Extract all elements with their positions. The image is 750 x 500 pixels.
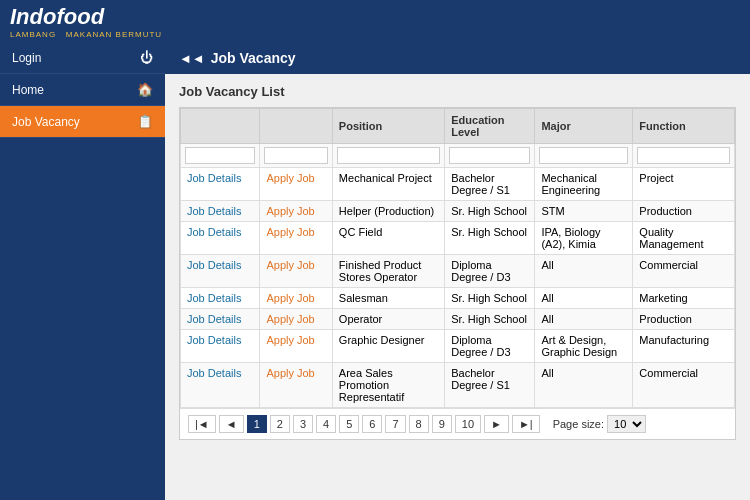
cell-function-2: Quality Management [633, 222, 735, 255]
cell-position-2: QC Field [332, 222, 444, 255]
job-vacancy-table-wrapper: Position Education Level Major Function [179, 107, 736, 440]
cell-position-6: Graphic Designer [332, 330, 444, 363]
filter-col2[interactable] [264, 147, 327, 164]
cell-apply-job-1: Apply Job [260, 201, 332, 222]
pagination-first[interactable]: |◄ [188, 415, 216, 433]
cell-function-7: Commercial [633, 363, 735, 408]
table-row: Job Details Apply Job Graphic Designer D… [181, 330, 735, 363]
filter-major[interactable] [539, 147, 628, 164]
cell-major-4: All [535, 288, 633, 309]
document-icon: 📋 [137, 114, 153, 129]
cell-position-3: Finished Product Stores Operator [332, 255, 444, 288]
cell-major-6: Art & Design, Graphic Design [535, 330, 633, 363]
cell-function-4: Marketing [633, 288, 735, 309]
cell-position-1: Helper (Production) [332, 201, 444, 222]
table-body: Job Details Apply Job Mechanical Project… [181, 168, 735, 408]
table-row: Job Details Apply Job Salesman Sr. High … [181, 288, 735, 309]
cell-education-5: Sr. High School [445, 309, 535, 330]
cell-education-6: Diploma Degree / D3 [445, 330, 535, 363]
pagination-last[interactable]: ►| [512, 415, 540, 433]
col-header-education: Education Level [445, 109, 535, 144]
cell-education-1: Sr. High School [445, 201, 535, 222]
cell-job-details-3: Job Details [181, 255, 260, 288]
cell-apply-job-2: Apply Job [260, 222, 332, 255]
link-job-details-7[interactable]: Job Details [187, 367, 241, 379]
cell-major-7: All [535, 363, 633, 408]
cell-apply-job-6: Apply Job [260, 330, 332, 363]
link-job-details-6[interactable]: Job Details [187, 334, 241, 346]
cell-job-details-4: Job Details [181, 288, 260, 309]
cell-function-6: Manufacturing [633, 330, 735, 363]
link-apply-job-6[interactable]: Apply Job [266, 334, 314, 346]
sidebar-item-label-home: Home [12, 83, 44, 97]
filter-position[interactable] [337, 147, 440, 164]
filter-col1[interactable] [185, 147, 255, 164]
sidebar-item-label-vacancy: Job Vacancy [12, 115, 80, 129]
link-job-details-5[interactable]: Job Details [187, 313, 241, 325]
sidebar-item-job-vacancy[interactable]: Job Vacancy 📋 [0, 106, 165, 138]
link-apply-job-2[interactable]: Apply Job [266, 226, 314, 238]
link-job-details-2[interactable]: Job Details [187, 226, 241, 238]
power-icon: ⏻ [140, 50, 153, 65]
cell-position-7: Area Sales Promotion Representatif [332, 363, 444, 408]
link-job-details-3[interactable]: Job Details [187, 259, 241, 271]
table-row: Job Details Apply Job QC Field Sr. High … [181, 222, 735, 255]
link-job-details-4[interactable]: Job Details [187, 292, 241, 304]
content-area: ◄◄ Job Vacancy Job Vacancy List Position… [165, 42, 750, 500]
cell-apply-job-7: Apply Job [260, 363, 332, 408]
link-apply-job-7[interactable]: Apply Job [266, 367, 314, 379]
col-header-2 [260, 109, 332, 144]
cell-education-2: Sr. High School [445, 222, 535, 255]
main-layout: Login ⏻ Home 🏠 Job Vacancy 📋 ◄◄ Job Vaca… [0, 42, 750, 500]
link-job-details-1[interactable]: Job Details [187, 205, 241, 217]
cell-job-details-7: Job Details [181, 363, 260, 408]
pagination-page-5[interactable]: 5 [339, 415, 359, 433]
cell-apply-job-5: Apply Job [260, 309, 332, 330]
pagination-next[interactable]: ► [484, 415, 509, 433]
cell-education-0: Bachelor Degree / S1 [445, 168, 535, 201]
logo-main: Indofood [10, 4, 162, 30]
content-header: ◄◄ Job Vacancy [165, 42, 750, 74]
cell-function-0: Project [633, 168, 735, 201]
pagination-page-3[interactable]: 3 [293, 415, 313, 433]
section-title: Job Vacancy List [179, 84, 736, 99]
back-arrows-icon[interactable]: ◄◄ [179, 51, 205, 66]
cell-major-5: All [535, 309, 633, 330]
link-apply-job-5[interactable]: Apply Job [266, 313, 314, 325]
pagination-page-9[interactable]: 9 [432, 415, 452, 433]
cell-job-details-6: Job Details [181, 330, 260, 363]
table-row: Job Details Apply Job Helper (Production… [181, 201, 735, 222]
cell-job-details-0: Job Details [181, 168, 260, 201]
sidebar-item-login[interactable]: Login ⏻ [0, 42, 165, 74]
pagination-page-2[interactable]: 2 [270, 415, 290, 433]
cell-job-details-5: Job Details [181, 309, 260, 330]
pagination-page-1[interactable]: 1 [247, 415, 267, 433]
cell-apply-job-0: Apply Job [260, 168, 332, 201]
table-filter-row [181, 144, 735, 168]
pagination-page-8[interactable]: 8 [409, 415, 429, 433]
cell-major-1: STM [535, 201, 633, 222]
pagination-prev[interactable]: ◄ [219, 415, 244, 433]
app-header: Indofood LAMBANG MAKANAN BERMUTU [0, 0, 750, 42]
link-apply-job-4[interactable]: Apply Job [266, 292, 314, 304]
link-apply-job-1[interactable]: Apply Job [266, 205, 314, 217]
pagination-page-7[interactable]: 7 [385, 415, 405, 433]
logo-sub: LAMBANG MAKANAN BERMUTU [10, 30, 162, 39]
cell-education-4: Sr. High School [445, 288, 535, 309]
cell-education-7: Bachelor Degree / S1 [445, 363, 535, 408]
sidebar-item-home[interactable]: Home 🏠 [0, 74, 165, 106]
cell-major-0: Mechanical Engineering [535, 168, 633, 201]
table-header-row: Position Education Level Major Function [181, 109, 735, 144]
page-size-select[interactable]: 10 20 50 [607, 415, 646, 433]
pagination-page-6[interactable]: 6 [362, 415, 382, 433]
pagination-page-10[interactable]: 10 [455, 415, 481, 433]
filter-education[interactable] [449, 147, 530, 164]
link-apply-job-3[interactable]: Apply Job [266, 259, 314, 271]
table-row: Job Details Apply Job Area Sales Promoti… [181, 363, 735, 408]
link-apply-job-0[interactable]: Apply Job [266, 172, 314, 184]
cell-position-0: Mechanical Project [332, 168, 444, 201]
filter-function[interactable] [637, 147, 730, 164]
link-job-details-0[interactable]: Job Details [187, 172, 241, 184]
pagination-page-4[interactable]: 4 [316, 415, 336, 433]
job-vacancy-table: Position Education Level Major Function [180, 108, 735, 408]
